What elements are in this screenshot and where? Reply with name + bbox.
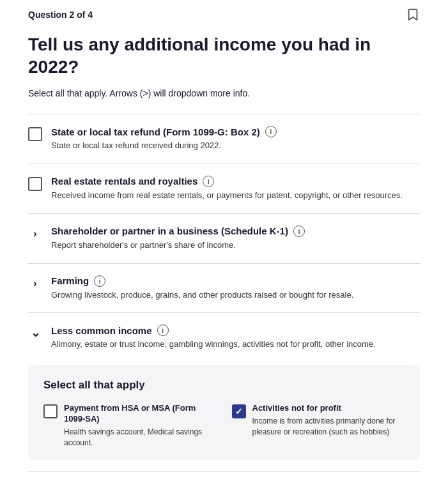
page-subtitle: Select all that apply. Arrows (>) will d… xyxy=(28,88,420,98)
item-title-state-tax-refund: State or local tax refund (Form 1099-G: … xyxy=(51,126,260,137)
page-title: Tell us any additional income you had in… xyxy=(28,33,420,78)
sub-item-content-activities-profit: Activities not for profit Income is from… xyxy=(252,403,405,437)
sub-items-grid: Payment from HSA or MSA (Form 1099-SA) H… xyxy=(43,403,405,448)
item-title-row: Less common income i xyxy=(51,325,420,336)
sub-item-activities-profit: ✓ Activities not for profit Income is fr… xyxy=(232,403,405,448)
sub-item-title-hsa-msa: Payment from HSA or MSA (Form 1099-SA) xyxy=(64,403,217,425)
chevron-button-farming[interactable]: › xyxy=(28,277,42,291)
item-desc-farming: Growing livestock, produce, grains, and … xyxy=(51,289,420,302)
checkmark-icon: ✓ xyxy=(235,407,243,416)
item-content-shareholder: Shareholder or partner in a business (Sc… xyxy=(51,226,420,252)
list-item-shareholder: › Shareholder or partner in a business (… xyxy=(28,213,420,263)
sub-item-content-hsa-msa: Payment from HSA or MSA (Form 1099-SA) H… xyxy=(64,403,217,448)
item-content-less-common: Less common income i Alimony, estate or … xyxy=(51,325,420,351)
item-desc-shareholder: Report shareholder's or partner's share … xyxy=(51,240,420,252)
item-title-real-estate: Real estate rentals and royalties xyxy=(51,176,197,187)
checkbox-state-tax-refund[interactable] xyxy=(28,127,42,141)
list-item-less-common: ⌄ Less common income i Alimony, estate o… xyxy=(28,312,420,471)
info-icon-shareholder[interactable]: i xyxy=(293,226,305,237)
info-icon-farming[interactable]: i xyxy=(94,275,105,287)
sub-item-title-activities-profit: Activities not for profit xyxy=(252,403,405,414)
item-title-farming: Farming xyxy=(51,275,89,286)
checkbox-real-estate[interactable] xyxy=(28,177,42,191)
chevron-right-icon: › xyxy=(33,229,36,239)
item-desc-less-common: Alimony, estate or trust income, gamblin… xyxy=(51,339,420,351)
info-icon-less-common[interactable]: i xyxy=(157,325,169,336)
item-content-state-tax-refund: State or local tax refund (Form 1099-G: … xyxy=(51,126,420,152)
item-desc-state-tax-refund: State or local tax refund received durin… xyxy=(51,140,420,152)
sub-item-desc-hsa-msa: Health savings account, Medical savings … xyxy=(64,427,217,448)
question-number: Question 2 of 4 xyxy=(28,10,93,20)
chevron-down-icon-less-common: ⌄ xyxy=(31,327,40,339)
less-common-header: ⌄ Less common income i Alimony, estate o… xyxy=(28,325,420,351)
list-item-farming: › Farming i Growing livestock, produce, … xyxy=(28,263,420,313)
item-title-row: Farming i xyxy=(51,275,420,287)
bookmark-icon[interactable] xyxy=(406,8,420,22)
chevron-button-shareholder[interactable]: › xyxy=(28,227,42,241)
question-header: Question 2 of 4 xyxy=(28,8,420,22)
chevron-button-less-common[interactable]: ⌄ xyxy=(28,326,42,340)
item-title-shareholder: Shareholder or partner in a business (Sc… xyxy=(51,226,288,236)
item-desc-real-estate: Received income from real estate rentals… xyxy=(51,190,420,202)
item-title-row: Real estate rentals and royalties i xyxy=(51,176,420,187)
page-container: Question 2 of 4 Tell us any additional i… xyxy=(0,0,448,485)
info-icon-state-tax-refund[interactable]: i xyxy=(265,126,277,137)
item-content-farming: Farming i Growing livestock, produce, gr… xyxy=(51,275,420,302)
info-icon-real-estate[interactable]: i xyxy=(203,176,214,187)
sub-item-desc-activities-profit: Income is from activities primarily done… xyxy=(252,416,405,438)
expanded-section-title: Select all that apply xyxy=(43,379,405,392)
list-item-state-tax-refund: State or local tax refund (Form 1099-G: … xyxy=(28,114,420,164)
chevron-right-icon-farming: › xyxy=(33,279,36,289)
list-item-real-estate: Real estate rentals and royalties i Rece… xyxy=(28,164,420,213)
sub-checkbox-activities-profit[interactable]: ✓ xyxy=(232,404,246,418)
sub-checkbox-hsa-msa[interactable] xyxy=(43,404,58,418)
item-title-row: State or local tax refund (Form 1099-G: … xyxy=(51,126,420,137)
expanded-section: Select all that apply Payment from HSA o… xyxy=(28,365,420,459)
sub-item-hsa-msa: Payment from HSA or MSA (Form 1099-SA) H… xyxy=(43,403,217,448)
income-list: State or local tax refund (Form 1099-G: … xyxy=(28,114,420,472)
item-title-row: Shareholder or partner in a business (Sc… xyxy=(51,226,420,237)
item-title-less-common: Less common income xyxy=(51,325,152,336)
item-content-real-estate: Real estate rentals and royalties i Rece… xyxy=(51,176,420,202)
